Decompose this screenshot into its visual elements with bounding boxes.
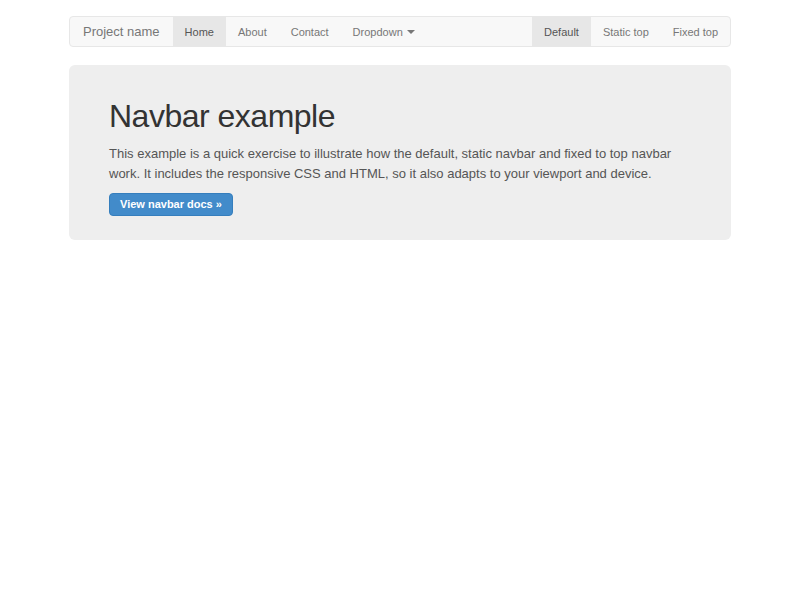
nav-link-home[interactable]: Home [173, 17, 226, 46]
nav-link-dropdown[interactable]: Dropdown [341, 17, 427, 46]
page-container: Project name Home About Contact Dropdown… [69, 16, 731, 240]
nav-item-home: Home [173, 17, 226, 46]
nav-item-dropdown: Dropdown [341, 17, 427, 46]
nav-item-contact: Contact [279, 17, 341, 46]
nav-link-fixed-top[interactable]: Fixed top [661, 17, 730, 46]
nav-item-default: Default [532, 17, 591, 46]
page-title: Navbar example [109, 99, 691, 134]
navbar: Project name Home About Contact Dropdown… [69, 16, 731, 47]
nav-link-static-top[interactable]: Static top [591, 17, 661, 46]
nav-link-contact[interactable]: Contact [279, 17, 341, 46]
navbar-nav-right: Default Static top Fixed top [532, 17, 730, 46]
nav-link-about[interactable]: About [226, 17, 279, 46]
view-navbar-docs-button[interactable]: View navbar docs » [109, 193, 233, 216]
nav-item-fixed-top: Fixed top [661, 17, 730, 46]
jumbotron-description: This example is a quick exercise to illu… [109, 144, 687, 184]
nav-item-about: About [226, 17, 279, 46]
navbar-nav-left: Home About Contact Dropdown [173, 17, 427, 46]
nav-link-default[interactable]: Default [532, 17, 591, 46]
nav-item-static-top: Static top [591, 17, 661, 46]
jumbotron: Navbar example This example is a quick e… [69, 65, 731, 240]
navbar-brand[interactable]: Project name [70, 17, 173, 46]
nav-dropdown-label: Dropdown [353, 26, 403, 38]
caret-down-icon [407, 30, 415, 34]
